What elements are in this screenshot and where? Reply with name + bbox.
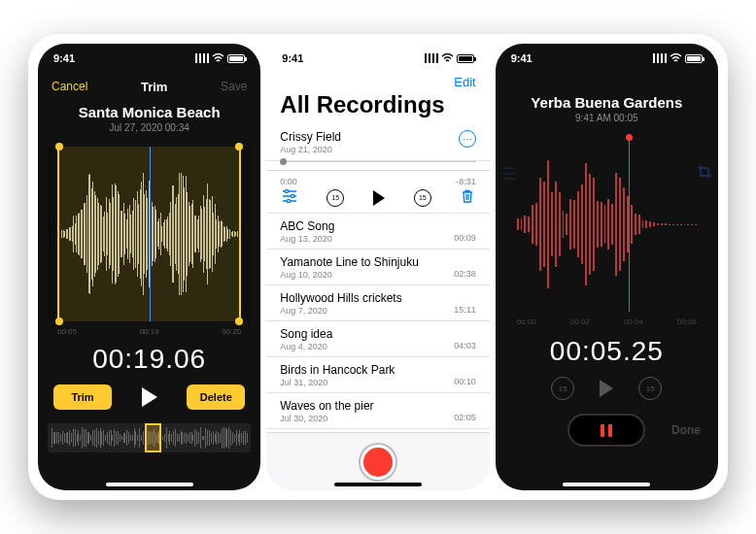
overview-scrubber[interactable] — [48, 423, 251, 452]
signal-icon — [195, 53, 209, 63]
recording-duration: 00:10 — [454, 377, 476, 386]
recording-duration: 02:38 — [454, 269, 476, 279]
recording-name: ABC Song — [280, 219, 475, 233]
recording-date: Aug 21, 2020 — [280, 145, 475, 154]
nav-bar: Cancel Trim Save — [38, 73, 260, 100]
record-head — [629, 137, 630, 312]
recording-name: Song idea — [280, 327, 475, 341]
home-indicator[interactable] — [106, 483, 193, 486]
wifi-icon — [441, 53, 454, 63]
home-indicator[interactable] — [563, 483, 650, 486]
options-icon[interactable] — [282, 189, 297, 206]
recording-date: Aug 4, 2020 — [280, 342, 475, 351]
status-indicators — [195, 53, 245, 63]
waveform — [496, 137, 718, 312]
status-bar: 9:41 — [266, 44, 489, 73]
list-item[interactable]: ABC SongAug 13, 202000:09 — [266, 214, 489, 250]
list-item[interactable]: Song ideaAug 4, 202004:03 — [266, 321, 489, 357]
tick: 00:05 — [57, 327, 77, 336]
trim-handle[interactable] — [55, 317, 63, 325]
recording-title: Santa Monica Beach — [38, 104, 260, 120]
signal-icon — [425, 53, 438, 63]
recording-date: Aug 10, 2020 — [280, 270, 475, 280]
list-item[interactable]: Yamanote Line to ShinjukuAug 10, 202002:… — [266, 250, 489, 285]
trim-button[interactable]: Trim — [53, 384, 112, 410]
recording-name: Yamanote Line to Shinjuku — [280, 255, 475, 269]
skip-forward-button[interactable]: 15 — [638, 377, 662, 400]
recording-duration: 00:09 — [454, 233, 476, 243]
svg-point-1 — [286, 189, 289, 192]
list-item[interactable]: Hollywood Hills cricketsAug 7, 202015:11 — [266, 285, 489, 321]
waveform-editor[interactable] — [48, 147, 251, 321]
more-button[interactable]: ⋯ — [459, 130, 476, 148]
delete-button[interactable]: Delete — [187, 384, 245, 410]
recording-meta: 9:41 AM 00:05 — [496, 113, 718, 123]
progress-track[interactable] — [280, 161, 475, 162]
recording-name: Crissy Field — [280, 130, 475, 144]
skip-back-button[interactable]: 15 — [551, 377, 574, 400]
recording-date: Aug 7, 2020 — [280, 306, 475, 316]
waveform-live — [496, 137, 718, 312]
recording-date: Aug 13, 2020 — [280, 234, 475, 244]
play-button[interactable] — [142, 387, 157, 407]
recording-duration: 15:11 — [454, 305, 476, 315]
status-time: 9:41 — [53, 52, 75, 64]
time-readout: 0:00 -8:31 — [266, 170, 489, 186]
tick: 00:19 — [140, 327, 159, 336]
delete-button[interactable] — [461, 188, 474, 207]
done-button[interactable]: Done — [671, 423, 701, 437]
list-item-expanded[interactable]: Crissy Field Aug 21, 2020 ⋯ — [266, 124, 489, 161]
pause-button[interactable] — [567, 414, 645, 447]
record-time: 00:05.25 — [496, 336, 718, 367]
playback-controls: 15 15 — [496, 377, 718, 400]
playback-time: 00:19.06 — [38, 344, 260, 375]
record-button[interactable] — [361, 445, 395, 480]
home-indicator[interactable] — [334, 483, 422, 486]
recording-meta: Jul 27, 2020 00:34 — [38, 122, 260, 133]
tick: 00:20 — [222, 327, 241, 336]
playback-controls: 15 15 — [266, 186, 489, 214]
recording-date: Jul 30, 2020 — [280, 414, 475, 423]
play-button[interactable] — [600, 380, 613, 397]
trim-handle[interactable] — [55, 143, 63, 150]
tick: 00:06 — [677, 317, 697, 326]
remaining: -8:31 — [456, 177, 476, 186]
svg-point-3 — [292, 194, 294, 197]
phone-trim: 9:41 Cancel Trim Save Santa Monica Beach… — [38, 44, 260, 490]
scrubber-window[interactable] — [145, 423, 161, 452]
status-indicators — [653, 53, 703, 63]
status-bar: 9:41 — [496, 44, 718, 73]
time-ticks: 00:05 00:19 00:20 — [38, 327, 260, 336]
signal-icon — [653, 53, 667, 63]
cancel-button[interactable]: Cancel — [52, 80, 87, 93]
save-button[interactable]: Save — [221, 80, 247, 93]
recording-date: Jul 31, 2020 — [280, 378, 475, 387]
phone-record: 9:41 Yerba Buena Gardens 9:41 AM 00:05 ☰… — [496, 44, 718, 490]
list-item[interactable]: Waves on the pierJul 30, 202002:05 — [266, 393, 489, 429]
trim-controls: Trim Delete — [38, 384, 260, 410]
recording-duration: 02:05 — [454, 413, 476, 422]
status-bar: 9:41 — [38, 44, 260, 73]
play-button[interactable] — [373, 190, 385, 206]
record-toolbar — [266, 432, 489, 490]
skip-back-button[interactable]: 15 — [326, 189, 344, 207]
trim-handle[interactable] — [235, 317, 243, 325]
edit-button[interactable]: Edit — [266, 73, 489, 89]
recording-name: Birds in Hancock Park — [280, 363, 475, 377]
wifi-icon — [670, 53, 682, 63]
list-item[interactable]: Birds in Hancock ParkJul 31, 202000:10 — [266, 357, 489, 393]
recording-name: Waves on the pier — [280, 399, 475, 413]
playhead[interactable] — [150, 147, 151, 321]
nav-title: Trim — [141, 80, 167, 94]
recording-duration: 04:03 — [454, 341, 476, 350]
phone-list: 9:41 Edit All Recordings Crissy Field Au… — [266, 44, 489, 490]
battery-icon — [457, 54, 474, 63]
recordings-list: ABC SongAug 13, 202000:09Yamanote Line t… — [266, 214, 489, 465]
page-title: All Recordings — [266, 89, 489, 124]
battery-icon — [685, 54, 703, 63]
tick: 00:00 — [517, 317, 536, 326]
status-time: 9:41 — [511, 52, 533, 64]
app-showcase: 9:41 Cancel Trim Save Santa Monica Beach… — [28, 34, 728, 500]
wifi-icon — [212, 53, 224, 63]
skip-forward-button[interactable]: 15 — [414, 189, 431, 207]
